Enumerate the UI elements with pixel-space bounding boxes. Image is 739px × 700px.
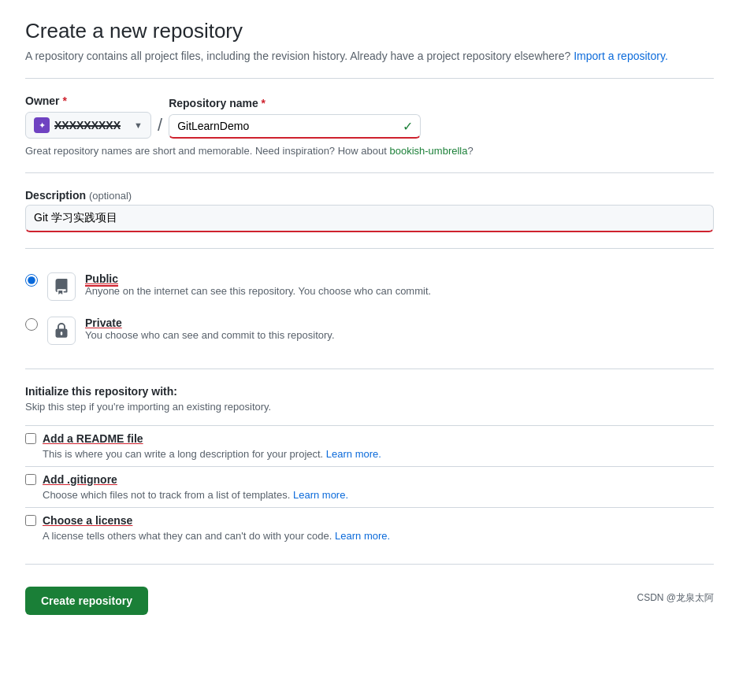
repo-hint: Great repository names are short and mem… (25, 145, 714, 157)
visibility-section: Public Anyone on the internet can see th… (25, 265, 714, 353)
private-label: Private (85, 317, 335, 329)
public-desc: Anyone on the internet can see this repo… (85, 285, 431, 297)
owner-name: XXXXXXXXX (54, 119, 129, 131)
repo-name-label: Repository name * (169, 97, 421, 109)
optional-text: (optional) (89, 190, 132, 202)
chevron-down-icon: ▼ (134, 120, 143, 130)
owner-repo-row: Owner * ✦ XXXXXXXXX ▼ / Repository name … (25, 94, 714, 139)
private-option-text: Private You choose who can see and commi… (85, 317, 335, 341)
owner-avatar: ✦ (34, 117, 50, 133)
license-row: Choose a license (25, 514, 714, 527)
repo-name-wrapper: ✓ (169, 114, 421, 139)
readme-row: Add a README file (25, 432, 714, 445)
gitignore-title: Add .gitignore (43, 473, 117, 486)
private-radio[interactable] (25, 318, 38, 331)
repo-name-field-group: Repository name * ✓ (169, 97, 421, 139)
create-repository-button[interactable]: Create repository (25, 587, 148, 615)
public-option-text: Public Anyone on the internet can see th… (85, 272, 431, 297)
section-divider-4 (25, 564, 714, 565)
init-title: Initialize this repository with: (25, 385, 714, 398)
owner-label: Owner * (25, 94, 151, 107)
valid-check-icon: ✓ (403, 119, 413, 134)
page-title: Create a new repository (25, 19, 714, 43)
owner-repo-section: Owner * ✦ XXXXXXXXX ▼ / Repository name … (25, 94, 714, 157)
import-repo-link[interactable]: Import a repository. (574, 50, 668, 62)
license-checkbox[interactable] (25, 515, 36, 526)
description-input[interactable] (25, 205, 714, 232)
private-desc: You choose who can see and commit to thi… (85, 329, 335, 341)
readme-checkbox[interactable] (25, 433, 36, 444)
footer-row: Create repository CSDN @龙泉太阿 (25, 580, 714, 615)
page-subtitle: A repository contains all project files,… (25, 50, 714, 62)
init-section: Initialize this repository with: Skip th… (25, 385, 714, 548)
gitignore-desc: Choose which files not to track from a l… (25, 489, 714, 501)
private-repo-icon (47, 317, 76, 345)
public-option[interactable]: Public Anyone on the internet can see th… (25, 265, 714, 309)
header-divider (25, 78, 714, 79)
owner-field-group: Owner * ✦ XXXXXXXXX ▼ (25, 94, 151, 139)
private-option[interactable]: Private You choose who can see and commi… (25, 309, 714, 353)
init-subtitle: Skip this step if you're importing an ex… (25, 401, 714, 413)
owner-required-star: * (62, 94, 66, 107)
description-label: Description (optional) (25, 189, 714, 202)
description-section: Description (optional) (25, 189, 714, 232)
readme-option: Add a README file This is where you can … (25, 425, 714, 466)
license-option: Choose a license A license tells others … (25, 507, 714, 548)
gitignore-option: Add .gitignore Choose which files not to… (25, 466, 714, 507)
section-divider-2 (25, 248, 714, 249)
readme-desc: This is where you can write a long descr… (25, 448, 714, 460)
repo-name-required-star: * (262, 97, 266, 109)
license-desc: A license tells others what they can and… (25, 530, 714, 542)
license-title: Choose a license (43, 514, 132, 527)
section-divider-3 (25, 369, 714, 369)
path-separator: / (158, 115, 162, 139)
footer-credit: CSDN @龙泉太阿 (637, 591, 714, 605)
public-repo-icon (47, 272, 76, 301)
repo-suggestion-link[interactable]: bookish-umbrella (389, 145, 467, 157)
gitignore-learn-more-link[interactable]: Learn more. (293, 489, 348, 501)
readme-title: Add a README file (43, 432, 143, 445)
gitignore-checkbox[interactable] (25, 474, 36, 485)
public-radio[interactable] (25, 274, 38, 287)
owner-select-button[interactable]: ✦ XXXXXXXXX ▼ (25, 112, 151, 139)
public-label: Public (85, 272, 431, 285)
gitignore-row: Add .gitignore (25, 473, 714, 486)
section-divider-1 (25, 172, 714, 173)
license-learn-more-link[interactable]: Learn more. (335, 530, 390, 542)
readme-learn-more-link[interactable]: Learn more. (326, 448, 381, 460)
repo-name-input[interactable] (169, 114, 421, 139)
